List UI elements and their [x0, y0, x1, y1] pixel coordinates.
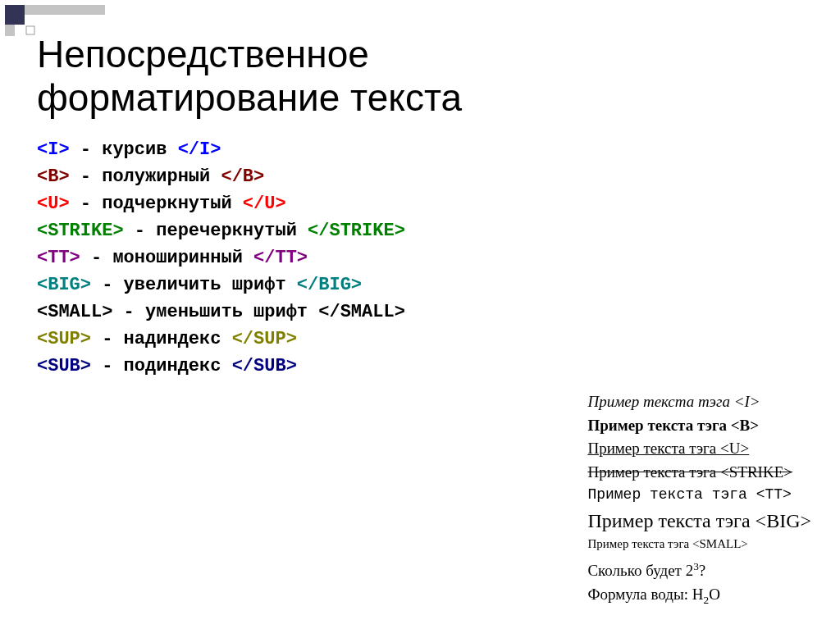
example-sup: Сколько будет 23?	[587, 558, 811, 582]
tag-row: <SMALL> - уменьшить шрифт </SMALL>	[37, 299, 803, 326]
tag-row: <I> - курсив </I>	[37, 136, 803, 163]
examples-block: Пример текста тэга <I> Пример текста тэг…	[587, 390, 811, 608]
tags-definition-list: <I> - курсив </I><B> - полужирный </B><U…	[37, 136, 803, 380]
tag-open: <I>	[37, 139, 70, 160]
example-italic: Пример текста тэга <I>	[587, 390, 811, 413]
slide-content: Непосредственное форматирование текста <…	[0, 0, 840, 396]
tag-close: </U>	[243, 194, 286, 214]
tag-row: <TT> - моноширинный </TT>	[37, 244, 803, 271]
slide-title: Непосредственное форматирование текста	[37, 33, 803, 120]
example-sub: Формула воды: H2O	[587, 583, 811, 608]
tag-open: <SMALL>	[37, 302, 112, 322]
slide-corner-decoration	[0, 0, 123, 44]
tag-close: </I>	[178, 139, 221, 160]
tag-row: <SUP> - надиндекс </SUP>	[37, 326, 803, 353]
tag-description: - подчеркнутый	[70, 194, 243, 214]
tag-description: - увеличить шрифт	[91, 275, 297, 295]
example-strike: Пример текста тэга <STRIKE>	[587, 461, 811, 484]
example-big: Пример текста тэга <BIG>	[587, 507, 811, 536]
tag-open: <U>	[37, 194, 70, 214]
svg-rect-0	[5, 5, 25, 25]
tag-open: <TT>	[37, 248, 80, 268]
tag-close: </BIG>	[297, 275, 362, 295]
tag-row: <SUB> - подиндекс </SUB>	[37, 353, 803, 380]
tag-close: </TT>	[253, 248, 308, 268]
tag-row: <BIG> - увеличить шрифт </BIG>	[37, 271, 803, 299]
tag-description: - уменьшить шрифт	[112, 302, 318, 322]
tag-close: </SUP>	[232, 329, 297, 349]
tag-open: <STRIKE>	[37, 221, 124, 241]
example-tt: Пример текста тэга <TT>	[587, 484, 811, 505]
tag-open: <B>	[37, 166, 70, 187]
tag-description: - полужирный	[70, 166, 221, 187]
tag-description: - надиндекс	[91, 329, 232, 349]
title-line-2: форматирование текста	[37, 76, 462, 119]
example-bold: Пример текста тэга <B>	[587, 414, 811, 437]
example-underline: Пример текста тэга <U>	[587, 437, 811, 460]
tag-close: </STRIKE>	[308, 221, 405, 241]
tag-close: </B>	[221, 166, 264, 187]
tag-description: - курсив	[70, 139, 178, 160]
tag-description: - перечеркнутый	[124, 221, 308, 241]
tag-open: <SUB>	[37, 356, 91, 376]
tag-open: <SUP>	[37, 329, 91, 349]
tag-row: <U> - подчеркнутый </U>	[37, 190, 803, 217]
svg-rect-1	[25, 5, 105, 15]
tag-close: </SUB>	[232, 356, 297, 376]
tag-description: - подиндекс	[91, 356, 232, 376]
svg-rect-2	[5, 25, 15, 36]
example-small: Пример текста тэга <SMALL>	[587, 536, 811, 554]
tag-close: </SMALL>	[318, 302, 405, 322]
tag-description: - моноширинный	[80, 248, 253, 268]
svg-rect-3	[26, 26, 34, 34]
tag-row: <STRIKE> - перечеркнутый </STRIKE>	[37, 217, 803, 244]
tag-open: <BIG>	[37, 275, 91, 295]
tag-row: <B> - полужирный </B>	[37, 163, 803, 190]
